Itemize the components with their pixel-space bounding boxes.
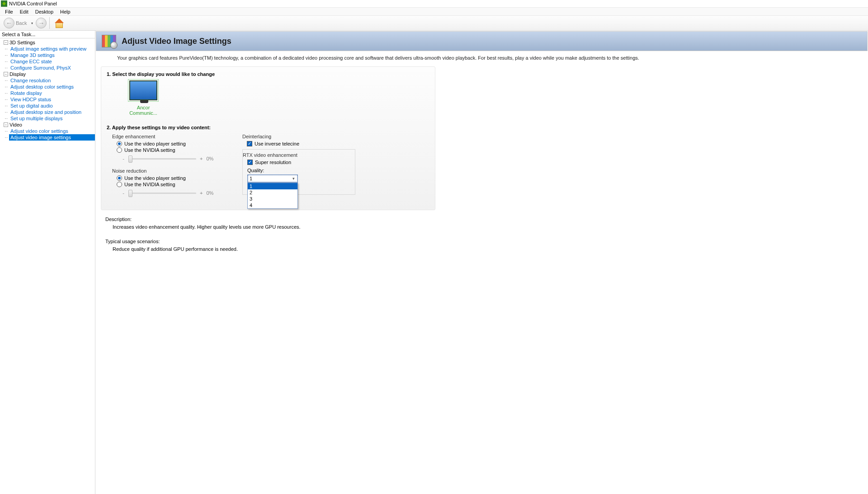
sidebar-item-video-color[interactable]: Adjust video color settings <box>9 128 95 134</box>
quality-combobox[interactable]: 1 ▾ <box>247 174 298 183</box>
menu-help[interactable]: Help <box>57 9 74 15</box>
deint-title: Deinterlacing <box>242 134 355 139</box>
sidebar-item-desktop-size-position[interactable]: Adjust desktop size and position <box>9 109 95 115</box>
plus-label: + <box>200 156 203 161</box>
group-deinterlacing: Deinterlacing ✓ Use inverse telecine <box>242 134 355 146</box>
left-column: Edge enhancement Use the video player se… <box>112 134 225 201</box>
rtx-title: RTX video enhancement <box>243 152 350 158</box>
usage-label: Typical usage scenarios: <box>105 239 868 244</box>
group-label: Video <box>9 122 22 128</box>
sidebar-item-change-resolution[interactable]: Change resolution <box>9 77 95 84</box>
main-content: Adjust Video Image Settings Your graphic… <box>95 31 868 494</box>
super-resolution-checkbox[interactable]: ✓ Super resolution <box>247 160 350 165</box>
description-text: Increases video enhancement quality. Hig… <box>113 224 868 230</box>
sidebar-item-multiple-displays[interactable]: Set up multiple displays <box>9 115 95 122</box>
nvidia-app-icon <box>1 0 7 7</box>
group-noise-reduction: Noise reduction Use the video player set… <box>112 168 225 197</box>
noise-value: 0% <box>206 190 213 196</box>
quality-option-2[interactable]: 2 <box>248 189 297 196</box>
window-title: NVIDIA Control Panel <box>9 1 57 6</box>
titlebar: NVIDIA Control Panel <box>0 0 868 8</box>
right-column: Deinterlacing ✓ Use inverse telecine RTX… <box>242 134 355 201</box>
collapse-icon[interactable]: − <box>4 72 8 76</box>
collapse-icon[interactable]: − <box>4 40 8 45</box>
edge-slider-row: - + 0% <box>122 155 225 163</box>
combo-value: 1 <box>250 176 252 181</box>
home-icon <box>54 18 64 28</box>
sidebar-item-rotate-display[interactable]: Rotate display <box>9 90 95 96</box>
quality-combo-wrap: 1 ▾ 1 2 3 4 <box>247 174 298 183</box>
display-name: Ancor Communic... <box>123 105 164 116</box>
chevron-down-icon: ▾ <box>290 176 297 181</box>
check-icon: ✓ <box>247 141 252 146</box>
usage-text: Reduce quality if additional GPU perform… <box>113 246 868 252</box>
quality-label: Quality: <box>247 168 350 173</box>
back-label: Back <box>16 20 27 26</box>
description-label: Description: <box>105 216 868 222</box>
sidebar: Select a Task... − 3D Settings Adjust im… <box>0 31 95 494</box>
sidebar-item-configure-surround[interactable]: Configure Surround, PhysX <box>9 65 95 71</box>
menu-file[interactable]: File <box>2 9 16 15</box>
sidebar-item-adjust-image-preview[interactable]: Adjust image settings with preview <box>9 46 95 52</box>
minus-label: - <box>122 156 125 161</box>
edge-radio-player[interactable]: Use the video player setting <box>117 141 225 146</box>
edge-radio-nvidia[interactable]: Use the NVIDIA setting <box>117 147 225 153</box>
step1-label: 1. Select the display you would like to … <box>107 71 429 77</box>
radio-icon <box>117 182 122 187</box>
quality-option-3[interactable]: 3 <box>248 196 297 202</box>
chevron-down-icon[interactable]: ▾ <box>31 21 33 25</box>
menubar: File Edit Desktop Help <box>0 8 868 16</box>
collapse-icon[interactable]: − <box>4 122 8 127</box>
radio-label: Use the video player setting <box>124 175 186 181</box>
radio-label: Use the video player setting <box>124 141 186 146</box>
page-title: Adjust Video Image Settings <box>122 37 231 46</box>
check-label: Super resolution <box>255 160 291 165</box>
sidebar-item-digital-audio[interactable]: Set up digital audio <box>9 103 95 109</box>
group-header-3d[interactable]: − 3D Settings <box>0 39 95 46</box>
group-edge-enhancement: Edge enhancement Use the video player se… <box>112 134 225 163</box>
minus-label: - <box>122 190 125 196</box>
task-header: Select a Task... <box>0 31 95 38</box>
radio-icon <box>117 175 122 181</box>
description-block: Description: Increases video enhancement… <box>105 216 868 230</box>
radio-label: Use the NVIDIA setting <box>124 182 175 187</box>
noise-radio-player[interactable]: Use the video player setting <box>117 175 225 181</box>
home-button[interactable] <box>52 17 66 29</box>
arrow-left-icon: ← <box>4 18 14 28</box>
check-icon: ✓ <box>247 160 253 165</box>
quality-option-1[interactable]: 1 <box>248 183 297 189</box>
task-tree: − 3D Settings Adjust image settings with… <box>0 38 95 141</box>
group-label: Display <box>9 71 26 77</box>
sidebar-item-adjust-desktop-color[interactable]: Adjust desktop color settings <box>9 84 95 90</box>
tree-group-video: − Video Adjust video color settings Adju… <box>0 122 95 141</box>
noise-slider[interactable] <box>128 189 196 197</box>
settings-panel: 1. Select the display you would like to … <box>101 66 435 210</box>
video-settings-icon <box>102 35 116 47</box>
menu-edit[interactable]: Edit <box>17 9 32 15</box>
group-header-display[interactable]: − Display <box>0 71 95 77</box>
noise-radio-nvidia[interactable]: Use the NVIDIA setting <box>117 182 225 187</box>
toolbar-separator <box>49 17 50 29</box>
inverse-telecine-checkbox[interactable]: ✓ Use inverse telecine <box>247 141 355 146</box>
sidebar-item-manage-3d[interactable]: Manage 3D settings <box>9 52 95 58</box>
forward-button[interactable]: → <box>36 18 47 28</box>
plus-label: + <box>200 190 203 196</box>
menu-desktop[interactable]: Desktop <box>32 9 57 15</box>
display-tile[interactable]: Ancor Communic... <box>123 80 164 116</box>
edge-slider[interactable] <box>128 155 196 163</box>
check-label: Use inverse telecine <box>255 141 299 146</box>
usage-block: Typical usage scenarios: Reduce quality … <box>105 239 868 252</box>
noise-slider-row: - + 0% <box>122 189 225 197</box>
noise-title: Noise reduction <box>112 168 225 174</box>
sidebar-item-change-ecc[interactable]: Change ECC state <box>9 58 95 65</box>
sidebar-item-view-hdcp[interactable]: View HDCP status <box>9 96 95 103</box>
group-header-video[interactable]: − Video <box>0 122 95 128</box>
sidebar-item-video-image[interactable]: Adjust video image settings <box>9 134 95 141</box>
radio-icon <box>117 147 122 153</box>
step2-label: 2. Apply these settings to my video cont… <box>107 125 429 130</box>
radio-icon <box>117 141 122 146</box>
radio-label: Use the NVIDIA setting <box>124 147 175 153</box>
edge-value: 0% <box>206 156 213 161</box>
quality-option-4[interactable]: 4 <box>248 202 297 208</box>
back-button[interactable]: ← Back <box>2 17 28 29</box>
